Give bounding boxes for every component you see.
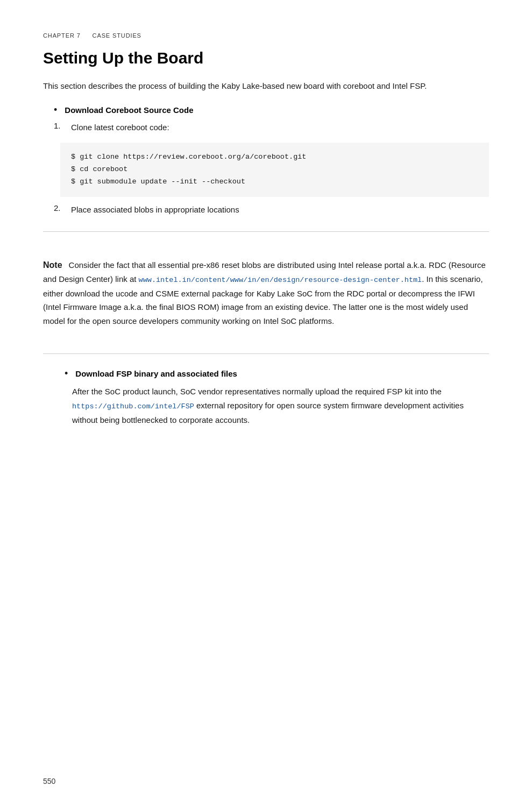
page-number: 550 — [43, 777, 55, 785]
divider-top — [43, 231, 489, 232]
bullet-label-1: Download Coreboot Source Code — [65, 105, 193, 115]
step-number-1: 1. — [54, 121, 65, 130]
code-line-1: $ git clone https://review.coreboot.org/… — [71, 151, 478, 164]
github-link[interactable]: https://github.com/intel/FSP — [72, 402, 194, 410]
second-bullet-section: • Download FSP binary and associated fil… — [43, 369, 489, 427]
intro-text: This section describes the process of bu… — [43, 80, 489, 93]
step-text-1: Clone latest coreboot code: — [71, 121, 169, 134]
ordered-item-2: 2. Place associated blobs in appropriate… — [43, 203, 489, 216]
code-line-3: $ git submodule update --init --checkout — [71, 176, 478, 188]
note-content: NoteConsider the fact that all essential… — [43, 258, 489, 328]
bullet-label-2: Download FSP binary and associated files — [75, 369, 237, 378]
code-block: $ git clone https://review.coreboot.org/… — [60, 143, 489, 197]
bullet-list: • Download Coreboot Source Code — [43, 105, 489, 116]
ordered-item-1: 1. Clone latest coreboot code: — [43, 121, 489, 134]
chapter-label: CHAPTER 7 — [43, 32, 81, 39]
step-text-2: Place associated blobs in appropriate lo… — [71, 203, 239, 216]
code-line-2: $ cd coreboot — [71, 164, 478, 176]
chapter-header: CHAPTER 7 CASE STUDIES — [43, 32, 489, 39]
page: CHAPTER 7 CASE STUDIES Setting Up the Bo… — [0, 0, 532, 807]
bullet-dot-1: • — [54, 104, 57, 116]
note-label: Note — [43, 260, 62, 270]
divider-bottom — [43, 353, 489, 354]
bullet-item-1: • Download Coreboot Source Code — [43, 105, 489, 116]
section-label: CASE STUDIES — [93, 32, 141, 39]
bullet2-text-block: After the SoC product launch, SoC vendor… — [54, 385, 489, 427]
ordered-list: 1. Clone latest coreboot code: — [43, 121, 489, 134]
ordered-list-2: 2. Place associated blobs in appropriate… — [43, 203, 489, 216]
section-title: Setting Up the Board — [43, 48, 489, 68]
intel-link[interactable]: www.intel.in/content/www/in/en/design/re… — [139, 276, 422, 284]
note-box: NoteConsider the fact that all essential… — [43, 247, 489, 339]
bullet2-text1: After the SoC product launch, SoC vendor… — [72, 387, 442, 396]
bullet-dot-2: • — [65, 368, 68, 379]
step-number-2: 2. — [54, 203, 65, 213]
bullet-item-2: • Download FSP binary and associated fil… — [54, 369, 489, 379]
